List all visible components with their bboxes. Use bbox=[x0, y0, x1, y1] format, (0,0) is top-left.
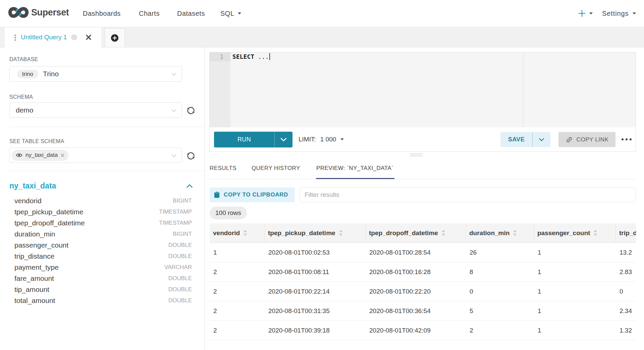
table-columns-list: vendoridBIGINT tpep_pickup_datetimeTIMES… bbox=[14, 195, 192, 306]
nav-item-sql[interactable]: SQL bbox=[220, 0, 241, 27]
column-name: total_amount bbox=[14, 297, 55, 305]
drag-line bbox=[410, 154, 423, 154]
cell: 1 bbox=[534, 243, 616, 262]
editor-code-line[interactable]: SELECT ... bbox=[232, 52, 270, 61]
brand-name[interactable]: Superset bbox=[31, 7, 69, 18]
sort-icon[interactable] bbox=[513, 230, 517, 236]
query-tab-title[interactable]: Untitled Query 1 bbox=[21, 27, 67, 47]
table-header-row: vendorid tpep_pickup_datetime tpep_dropo… bbox=[210, 223, 636, 243]
more-options-icon[interactable] bbox=[621, 137, 632, 142]
clipboard-icon bbox=[214, 191, 220, 198]
run-options-button[interactable] bbox=[275, 132, 292, 147]
cell: 2020-08-01T00:28:54 bbox=[366, 243, 466, 262]
close-tab-icon[interactable] bbox=[86, 34, 92, 40]
table-row[interactable]: 2 2020-08-01T00:08:11 2020-08-01T00:16:2… bbox=[210, 262, 636, 282]
table-row[interactable]: 2 2020-08-01T00:39:18 2020-08-01T00:42:0… bbox=[210, 321, 636, 340]
cell: 2 bbox=[210, 301, 265, 320]
save-query-button[interactable]: SAVE bbox=[500, 132, 550, 147]
table-schema-title[interactable]: ny_taxi_data bbox=[9, 181, 56, 190]
superset-logo-icon[interactable] bbox=[8, 7, 29, 18]
chevron-down-icon bbox=[171, 154, 176, 157]
table-row[interactable]: 1 2020-08-01T00:02:53 2020-08-01T00:28:5… bbox=[210, 243, 636, 262]
sort-icon[interactable] bbox=[339, 230, 343, 236]
copy-link-label: COPY LINK bbox=[577, 136, 609, 143]
schema-select[interactable]: demo bbox=[9, 102, 182, 118]
query-tab-active[interactable]: Untitled Query 1 bbox=[4, 27, 102, 47]
column-type: BIGINT bbox=[173, 198, 192, 204]
limit-dropdown[interactable]: LIMIT: 1 000 bbox=[299, 127, 344, 151]
database-label: DATABASE bbox=[9, 56, 38, 62]
save-label[interactable]: SAVE bbox=[500, 132, 533, 147]
sort-icon[interactable] bbox=[441, 230, 445, 236]
collapse-table-icon[interactable] bbox=[186, 184, 193, 188]
refresh-tables-icon[interactable] bbox=[186, 151, 196, 161]
run-query-button[interactable]: RUN bbox=[214, 132, 292, 147]
schema-value: demo bbox=[16, 106, 34, 114]
filter-results-input[interactable] bbox=[300, 187, 636, 202]
limit-label: LIMIT: bbox=[299, 136, 316, 143]
column-header[interactable]: duration_min bbox=[466, 223, 534, 243]
new-item-button[interactable] bbox=[578, 0, 593, 27]
link-icon bbox=[566, 136, 573, 143]
column-header[interactable]: vendorid bbox=[210, 223, 265, 243]
cell: 2.83 bbox=[616, 262, 636, 281]
nav-item-datasets[interactable]: Datasets bbox=[177, 0, 205, 27]
column-header[interactable]: passenger_count bbox=[534, 223, 616, 243]
chevron-down-icon bbox=[539, 138, 544, 141]
cell: 26 bbox=[466, 243, 534, 262]
settings-menu[interactable]: Settings bbox=[602, 0, 636, 27]
copy-to-clipboard-button[interactable]: COPY TO CLIPBOARD bbox=[210, 187, 295, 202]
cell: 2020-08-01T00:02:53 bbox=[265, 243, 366, 262]
nav-item-dashboards[interactable]: Dashboards bbox=[83, 0, 121, 27]
plus-icon bbox=[578, 9, 586, 17]
chevron-down-icon bbox=[280, 138, 287, 141]
table-select[interactable]: ny_taxi_data bbox=[9, 147, 182, 163]
editor-gutter: 1 bbox=[210, 52, 230, 127]
cell: 1.32 bbox=[616, 321, 636, 340]
sql-keyword: SELECT bbox=[232, 53, 254, 60]
cell: 2020-08-01T00:08:11 bbox=[265, 262, 366, 281]
tab-results[interactable]: RESULTS bbox=[210, 165, 236, 172]
sort-icon[interactable] bbox=[243, 230, 247, 236]
run-label[interactable]: RUN bbox=[214, 132, 275, 147]
navbar: Superset Dashboards Charts Datasets SQL … bbox=[0, 0, 644, 27]
print-margin-line bbox=[523, 52, 523, 127]
column-header[interactable]: tpep_pickup_datetime bbox=[265, 223, 366, 243]
copy-to-clipboard-label: COPY TO CLIPBOARD bbox=[224, 191, 288, 198]
divider bbox=[9, 171, 205, 171]
save-options-button[interactable] bbox=[533, 132, 550, 147]
cell: 2020-08-01T00:31:35 bbox=[265, 301, 366, 320]
database-select[interactable]: trino Trino bbox=[9, 66, 182, 82]
results-table: vendorid tpep_pickup_datetime tpep_dropo… bbox=[210, 223, 636, 340]
schema-label: SCHEMA bbox=[9, 94, 33, 100]
table-row[interactable]: 2 2020-08-01T00:31:35 2020-08-01T00:36:5… bbox=[210, 301, 636, 321]
caret-down-icon bbox=[340, 138, 344, 140]
limit-value: 1 000 bbox=[320, 136, 336, 143]
cell: 2.34 bbox=[616, 301, 636, 320]
cell: 2020-08-01T00:36:54 bbox=[366, 301, 466, 320]
nav-item-charts[interactable]: Charts bbox=[139, 0, 160, 27]
cell: 2 bbox=[210, 262, 265, 281]
copy-link-button[interactable]: COPY LINK bbox=[558, 132, 615, 147]
database-type-pill: trino bbox=[17, 70, 38, 78]
refresh-schemas-icon[interactable] bbox=[186, 106, 196, 115]
table-schema-label: SEE TABLE SCHEMA bbox=[9, 138, 64, 144]
sql-editor-area[interactable]: 1 SELECT ... bbox=[210, 52, 636, 127]
table-row[interactable]: 2 2020-08-01T00:22:14 2020-08-01T00:22:2… bbox=[210, 282, 636, 301]
drag-handle-icon[interactable] bbox=[14, 34, 16, 41]
sort-icon[interactable] bbox=[593, 230, 597, 236]
add-tab-button[interactable] bbox=[105, 28, 125, 47]
column-row: tpep_dropoff_datetimeTIMESTAMP bbox=[14, 217, 192, 228]
add-tab-icon bbox=[111, 34, 119, 42]
superset-sql-lab: Superset Dashboards Charts Datasets SQL … bbox=[0, 0, 644, 350]
column-name: vendorid bbox=[14, 197, 42, 205]
column-name: duration_min bbox=[14, 230, 55, 238]
cell: 2 bbox=[210, 282, 265, 301]
cell: 2 bbox=[466, 321, 534, 340]
remove-table-icon[interactable] bbox=[61, 154, 64, 157]
column-header[interactable]: tpep_dropoff_datetime bbox=[366, 223, 466, 243]
tab-preview[interactable]: PREVIEW: `NY_TAXI_DATA` bbox=[316, 165, 393, 172]
tab-query-history[interactable]: QUERY HISTORY bbox=[252, 165, 300, 172]
column-row: trip_distanceDOUBLE bbox=[14, 251, 192, 262]
column-header[interactable]: trip_distance bbox=[616, 223, 636, 243]
